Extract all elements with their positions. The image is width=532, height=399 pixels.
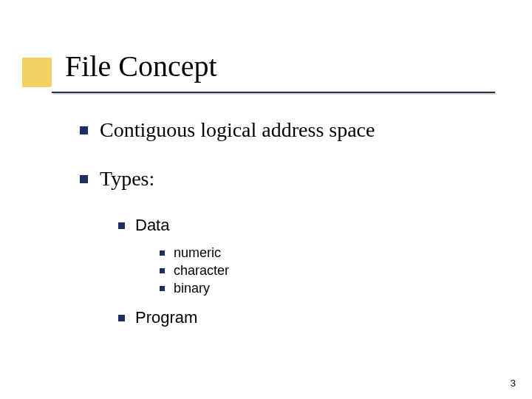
bullet-text: binary xyxy=(174,281,210,296)
bullet-level1: Types: xyxy=(80,167,494,191)
bullet-level2: Program xyxy=(118,308,494,327)
bullet-text: character xyxy=(174,263,229,279)
bullet-level3: character xyxy=(160,263,494,279)
square-bullet-icon xyxy=(160,250,165,256)
bullet-text: Contiguous logical address space xyxy=(100,118,375,142)
bullet-level3: numeric xyxy=(160,245,494,261)
title-rule xyxy=(52,92,495,93)
slide: File Concept Contiguous logical address … xyxy=(0,0,532,399)
bullet-level3: binary xyxy=(160,281,494,296)
bullet-text: numeric xyxy=(174,245,221,261)
title-accent-square xyxy=(22,58,52,87)
slide-title: File Concept xyxy=(65,49,217,83)
page-number: 3 xyxy=(511,378,516,389)
bullet-level2: Data xyxy=(118,216,494,235)
square-bullet-icon xyxy=(118,315,125,321)
bullet-text: Data xyxy=(135,216,169,235)
square-bullet-icon xyxy=(80,126,88,134)
square-bullet-icon xyxy=(80,175,88,183)
bullet-level1: Contiguous logical address space xyxy=(80,118,494,142)
square-bullet-icon xyxy=(118,222,125,229)
bullet-text: Types: xyxy=(100,167,154,191)
title-rule-shadow xyxy=(53,93,497,95)
square-bullet-icon xyxy=(160,286,165,291)
square-bullet-icon xyxy=(160,268,165,273)
slide-body: Contiguous logical address space Types: … xyxy=(80,118,494,338)
bullet-level3-group: numeric character binary xyxy=(80,245,494,296)
bullet-text: Program xyxy=(135,308,197,327)
